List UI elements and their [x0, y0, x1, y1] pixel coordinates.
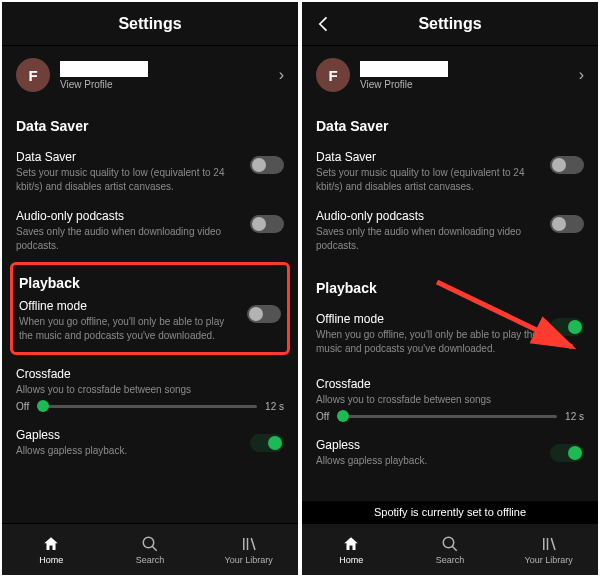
- audio-podcasts-label: Audio-only podcasts: [16, 209, 242, 223]
- chevron-right-icon: ›: [279, 66, 284, 84]
- offline-mode-toggle[interactable]: [550, 318, 584, 336]
- home-icon: [42, 535, 60, 553]
- audio-podcasts-label: Audio-only podcasts: [316, 209, 542, 223]
- setting-offline-mode: Offline mode When you go offline, you'll…: [19, 297, 281, 348]
- setting-offline-mode: Offline mode When you go offline, you'll…: [316, 310, 584, 361]
- nav-bar: Home Search Your Library: [302, 523, 598, 575]
- setting-gapless: Gapless Allows gapless playback.: [16, 426, 284, 464]
- offline-mode-desc: When you go offline, you'll only be able…: [19, 315, 239, 342]
- svg-line-9: [551, 538, 555, 550]
- setting-audio-podcasts: Audio-only podcasts Saves only the audio…: [316, 207, 584, 258]
- crossfade-desc: Allows you to crossfade between songs: [16, 383, 284, 397]
- data-saver-toggle[interactable]: [250, 156, 284, 174]
- avatar: F: [316, 58, 350, 92]
- crossfade-min: Off: [316, 411, 329, 422]
- slider-thumb-icon: [337, 410, 349, 422]
- nav-search-label: Search: [436, 555, 465, 565]
- offline-mode-desc: When you go offline, you'll only be able…: [316, 328, 542, 355]
- profile-name-redacted: [60, 61, 148, 77]
- setting-audio-podcasts: Audio-only podcasts Saves only the audio…: [16, 207, 284, 258]
- setting-gapless: Gapless Allows gapless playback.: [316, 436, 584, 474]
- header: Settings: [2, 2, 298, 46]
- audio-podcasts-desc: Saves only the audio when downloading vi…: [316, 225, 542, 252]
- nav-search-label: Search: [136, 555, 165, 565]
- nav-bar: Home Search Your Library: [2, 523, 298, 575]
- back-arrow-icon[interactable]: [314, 14, 334, 34]
- home-icon: [342, 535, 360, 553]
- data-saver-desc: Sets your music quality to low (equivale…: [16, 166, 242, 193]
- search-icon: [141, 535, 159, 553]
- nav-home-label: Home: [339, 555, 363, 565]
- view-profile-label: View Profile: [360, 79, 448, 90]
- section-data-saver: Data Saver: [16, 118, 284, 134]
- gapless-toggle[interactable]: [250, 434, 284, 452]
- crossfade-label: Crossfade: [16, 367, 284, 381]
- data-saver-toggle[interactable]: [550, 156, 584, 174]
- offline-mode-label: Offline mode: [19, 299, 239, 313]
- data-saver-desc: Sets your music quality to low (equivale…: [316, 166, 542, 193]
- nav-library-label: Your Library: [525, 555, 573, 565]
- svg-point-5: [443, 537, 454, 548]
- gapless-toggle[interactable]: [550, 444, 584, 462]
- audio-podcasts-desc: Saves only the audio when downloading vi…: [16, 225, 242, 252]
- nav-home[interactable]: Home: [2, 524, 101, 575]
- audio-podcasts-toggle[interactable]: [550, 215, 584, 233]
- audio-podcasts-toggle[interactable]: [250, 215, 284, 233]
- library-icon: [240, 535, 258, 553]
- crossfade-slider[interactable]: [337, 415, 557, 418]
- nav-search[interactable]: Search: [101, 524, 200, 575]
- crossfade-slider[interactable]: [37, 405, 257, 408]
- setting-data-saver: Data Saver Sets your music quality to lo…: [16, 148, 284, 199]
- content: F View Profile › Data Saver Data Saver S…: [2, 46, 298, 523]
- data-saver-label: Data Saver: [316, 150, 542, 164]
- nav-library[interactable]: Your Library: [199, 524, 298, 575]
- avatar: F: [16, 58, 50, 92]
- nav-library-label: Your Library: [225, 555, 273, 565]
- nav-home-label: Home: [39, 555, 63, 565]
- gapless-desc: Allows gapless playback.: [16, 444, 242, 458]
- search-icon: [441, 535, 459, 553]
- svg-point-0: [143, 537, 154, 548]
- section-playback: Playback: [316, 280, 584, 296]
- offline-toast: Spotify is currently set to offline: [302, 501, 598, 523]
- nav-search[interactable]: Search: [401, 524, 500, 575]
- section-data-saver: Data Saver: [316, 118, 584, 134]
- gapless-label: Gapless: [16, 428, 242, 442]
- gapless-desc: Allows gapless playback.: [316, 454, 542, 468]
- crossfade-desc: Allows you to crossfade between songs: [316, 393, 584, 407]
- content: F View Profile › Data Saver Data Saver S…: [302, 46, 598, 523]
- gapless-label: Gapless: [316, 438, 542, 452]
- profile-row[interactable]: F View Profile ›: [16, 46, 284, 96]
- page-title: Settings: [418, 15, 481, 33]
- crossfade-label: Crossfade: [316, 377, 584, 391]
- phone-right: Settings F View Profile › Data Saver Dat…: [302, 2, 598, 575]
- library-icon: [540, 535, 558, 553]
- svg-line-1: [152, 546, 157, 551]
- crossfade-min: Off: [16, 401, 29, 412]
- phone-left: Settings F View Profile › Data Saver Dat…: [2, 2, 298, 575]
- data-saver-label: Data Saver: [16, 150, 242, 164]
- crossfade-max: 12 s: [565, 411, 584, 422]
- highlight-box: Playback Offline mode When you go offlin…: [10, 262, 290, 355]
- offline-mode-toggle[interactable]: [247, 305, 281, 323]
- offline-mode-label: Offline mode: [316, 312, 542, 326]
- page-title: Settings: [118, 15, 181, 33]
- profile-name-redacted: [360, 61, 448, 77]
- header: Settings: [302, 2, 598, 46]
- view-profile-label: View Profile: [60, 79, 148, 90]
- chevron-right-icon: ›: [579, 66, 584, 84]
- crossfade-max: 12 s: [265, 401, 284, 412]
- profile-row[interactable]: F View Profile ›: [316, 46, 584, 96]
- setting-data-saver: Data Saver Sets your music quality to lo…: [316, 148, 584, 199]
- slider-thumb-icon: [37, 400, 49, 412]
- nav-library[interactable]: Your Library: [499, 524, 598, 575]
- svg-line-4: [251, 538, 255, 550]
- svg-line-6: [452, 546, 457, 551]
- section-playback: Playback: [19, 275, 281, 291]
- nav-home[interactable]: Home: [302, 524, 401, 575]
